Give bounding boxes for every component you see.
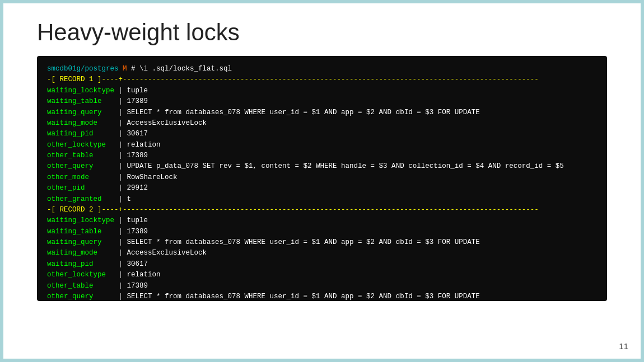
r1-field-4: waiting_mode | AccessExclusiveLock bbox=[47, 118, 597, 129]
r2-field-2: waiting_table | 17389 bbox=[47, 227, 597, 237]
record2-header: -[ RECORD 2 ]----+----------------------… bbox=[47, 205, 597, 215]
r1-field-9: other_mode | RowShareLock bbox=[47, 172, 597, 183]
prompt-path: /postgres bbox=[81, 64, 119, 74]
slide: Heavy-weight locks smcdb01g/postgres M #… bbox=[0, 0, 644, 362]
r1-field-11: other_granted | t bbox=[47, 194, 597, 205]
page-number: 11 bbox=[619, 341, 628, 351]
prompt-command: # \i .sql/locks_flat.sql bbox=[131, 64, 232, 74]
terminal-wrapper: smcdb01g/postgres M # \i .sql/locks_flat… bbox=[3, 56, 641, 359]
r2-field-7: other_table | 17389 bbox=[47, 281, 597, 292]
r2-field-6: other_locktype | relation bbox=[47, 270, 597, 280]
r1-field-3: waiting_query | SELECT * from databases_… bbox=[47, 107, 597, 118]
r2-field-8: other_query | SELECT * from databases_07… bbox=[47, 292, 597, 301]
r2-field-5: waiting_pid | 30617 bbox=[47, 259, 597, 270]
page-title: Heavy-weight locks bbox=[3, 3, 641, 56]
prompt-space bbox=[119, 64, 123, 74]
r1-field-5: waiting_pid | 30617 bbox=[47, 129, 597, 139]
r2-field-3: waiting_query | SELECT * from databases_… bbox=[47, 237, 597, 248]
prompt-cmd bbox=[127, 64, 132, 74]
prompt-m: M bbox=[123, 64, 127, 74]
r1-field-6: other_locktype | relation bbox=[47, 140, 597, 151]
prompt-line: smcdb01g/postgres M # \i .sql/locks_flat… bbox=[47, 64, 597, 74]
r1-field-7: other_table | 17389 bbox=[47, 151, 597, 161]
r1-field-1: waiting_locktype | tuple bbox=[47, 86, 597, 96]
r1-field-2: waiting_table | 17389 bbox=[47, 96, 597, 107]
r1-field-8: other_query | UPDATE p_data_078 SET rev … bbox=[47, 161, 597, 172]
r2-field-1: waiting_locktype | tuple bbox=[47, 215, 597, 226]
prompt-user: smcdb01g bbox=[47, 64, 81, 74]
terminal: smcdb01g/postgres M # \i .sql/locks_flat… bbox=[37, 56, 607, 301]
r1-field-10: other_pid | 29912 bbox=[47, 183, 597, 194]
record1-header: -[ RECORD 1 ]----+----------------------… bbox=[47, 74, 597, 85]
r2-field-4: waiting_mode | AccessExclusiveLock bbox=[47, 248, 597, 258]
